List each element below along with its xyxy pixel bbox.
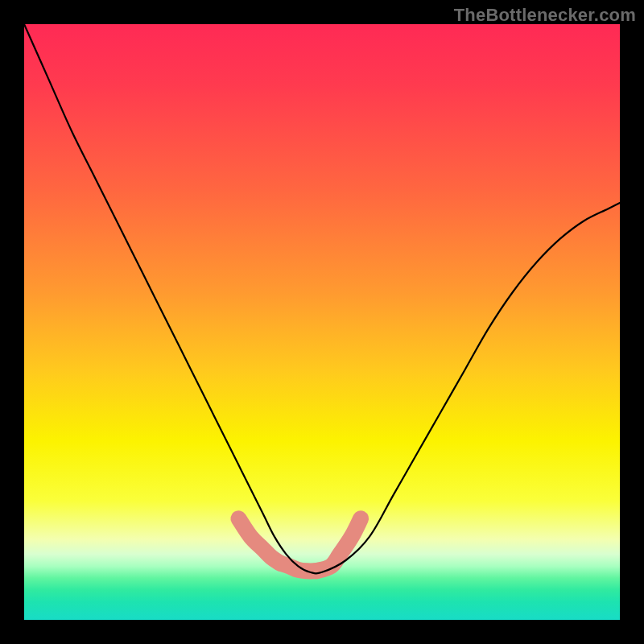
watermark-text: TheBottlenecker.com: [454, 5, 636, 26]
chart-svg: [24, 24, 620, 620]
marker-left-segment: [238, 518, 280, 564]
plot-area: [24, 24, 620, 620]
chart-frame: TheBottlenecker.com: [0, 0, 644, 644]
marker-right-segment: [316, 518, 361, 571]
bottleneck-curve: [24, 24, 620, 573]
